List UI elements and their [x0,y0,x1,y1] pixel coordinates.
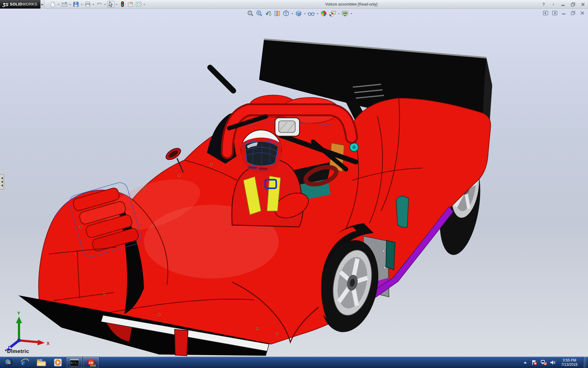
feature-pane-collapsed-tab[interactable] [0,174,4,190]
headsup-view-toolbar: ▼ ▼ ▼ ▼ ▼ [247,10,353,17]
standard-toolbar: ▼ ▼ ▼ ▼ ▼ ▼ ▼ [49,1,146,8]
save-button[interactable] [72,1,80,8]
clock-time: 3:55 PM [561,358,578,362]
save-dropdown-arrow[interactable]: ▼ [80,1,83,8]
doc-close-icon[interactable] [579,10,585,15]
select-button[interactable] [107,1,115,8]
volume-icon[interactable] [550,359,556,366]
minimize-button[interactable] [560,2,567,7]
media-player-icon [53,358,62,367]
collapse-arrow-icon [1,177,3,179]
solidworks-logo-glyph: ƷS [2,2,8,7]
restore-button[interactable] [570,2,576,7]
view-settings-dropdown[interactable]: ▼ [350,10,353,17]
options-button[interactable] [135,1,142,8]
help-button[interactable]: ? [540,2,547,7]
svg-text:2015: 2015 [90,364,96,367]
window-controls: ? ▼ [540,0,586,9]
print-dropdown-arrow[interactable]: ▼ [92,1,95,8]
doc-minimize-icon[interactable] [561,10,567,15]
taskbar-clock[interactable]: 3:55 PM 7/13/2015 [559,358,580,367]
doc-restore-icon[interactable] [570,10,576,15]
undo-dropdown-arrow[interactable]: ▼ [104,1,107,8]
windows-start-icon [4,358,13,367]
solidworks-logo: ƷS SOLIDWORKS [0,0,40,9]
hide-show-items-icon[interactable] [307,10,315,17]
section-view-icon[interactable] [273,10,281,17]
view-orientation-icon[interactable] [282,10,290,17]
splitter-fin [175,329,188,356]
race-car-model [0,9,588,357]
internet-explorer-icon: e [20,358,29,367]
open-button[interactable] [61,1,68,8]
hide-show-items-dropdown[interactable]: ▼ [316,10,319,17]
folder-icon [36,358,46,366]
pane-toggle-right-icon[interactable] [552,10,557,15]
svg-text:C:\_: C:\_ [71,362,78,365]
rearview-mirror [275,118,300,136]
menu-flyout-arrow[interactable]: ▶ [40,0,44,9]
options-dropdown-arrow[interactable]: ▼ [143,1,146,8]
system-tray: 3:55 PM 7/13/2015 [522,357,588,368]
view-orientation-dropdown[interactable]: ▼ [291,10,294,17]
title-bar: ƷS SOLIDWORKS ▶ ▼ ▼ ▼ ▼ ▼ ▼ ▼ Voitu [0,0,588,9]
taskbar-command-prompt[interactable]: C:\_ [66,357,83,368]
view-orientation-label: *Dimetric [5,348,29,355]
graphics-viewport[interactable]: ▼ ▼ ▼ ▼ ▼ Y [0,9,588,357]
view-settings-icon[interactable] [341,10,349,17]
previous-view-icon[interactable] [264,10,272,17]
apply-scene-dropdown[interactable]: ▼ [337,10,340,17]
taskbar-solidworks-2015[interactable]: SW 2015 [83,357,99,368]
taskbar-file-explorer[interactable] [33,357,50,368]
hidden-icons-chevron[interactable] [522,359,528,366]
show-desktop-button[interactable] [583,357,587,368]
clock-date: 7/13/2015 [561,362,578,367]
taskbar-media-player[interactable] [50,357,66,368]
rebuild-button[interactable] [119,1,126,8]
action-center-flag-icon[interactable] [531,359,537,366]
window-title: Voiture assomblee [Read-only] [325,0,377,9]
close-button[interactable] [579,2,586,7]
driver-helmet [241,130,281,173]
display-style-dropdown[interactable]: ▼ [303,10,306,17]
taskbar-internet-explorer[interactable]: e [17,357,33,368]
start-button[interactable] [0,357,17,368]
file-properties-button[interactable] [127,1,134,8]
help-dropdown-arrow[interactable]: ▼ [550,2,557,7]
open-dropdown-arrow[interactable]: ▼ [69,1,72,8]
collapse-arrow-icon [1,184,3,187]
display-style-icon[interactable] [295,10,303,17]
solidworks-2015-icon: SW 2015 [86,358,96,367]
apply-scene-icon[interactable] [329,10,337,17]
select-dropdown-arrow[interactable]: ▼ [115,1,118,8]
zoom-to-fit-icon[interactable] [247,10,254,17]
taskbar: e C:\_ SW 2015 3:55 PM 7/13/2015 [0,357,588,368]
pane-toggle-left-icon[interactable] [543,10,548,15]
undo-button[interactable] [96,1,103,8]
new-document-button[interactable] [49,1,56,8]
new-dropdown-arrow[interactable]: ▼ [57,1,60,8]
document-window-controls [543,10,585,15]
command-prompt-icon: C:\_ [70,358,79,366]
print-button[interactable] [84,1,91,8]
network-status-icon[interactable] [541,359,547,366]
collapse-arrow-icon [1,181,3,183]
zoom-to-area-icon[interactable] [255,10,263,17]
edit-appearance-icon[interactable] [320,10,328,17]
